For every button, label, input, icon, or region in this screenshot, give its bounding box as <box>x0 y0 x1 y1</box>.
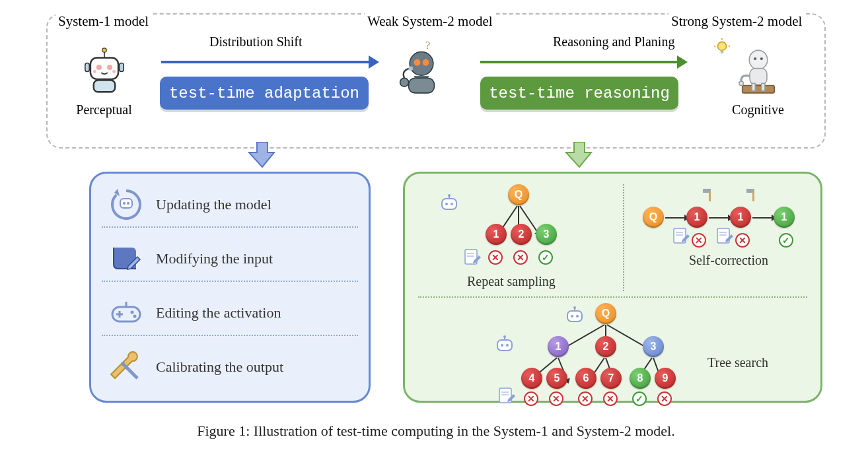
panel-test-time-adaptation: Updating the model Modifying the input E… <box>89 172 371 403</box>
node-sc-q: Q <box>643 207 664 228</box>
mark-wrong: ✕ <box>578 391 593 406</box>
svg-point-15 <box>408 66 412 70</box>
mark-correct: ✓ <box>779 233 793 248</box>
node-q: Q <box>508 184 529 205</box>
mark-wrong: ✕ <box>549 391 563 406</box>
node-sc-1a: 1 <box>686 207 707 228</box>
node-rs-3: 3 <box>536 224 557 245</box>
divider-horizontal <box>418 296 807 298</box>
label-perceptual: Perceptual <box>76 102 131 118</box>
svg-rect-2 <box>90 57 118 79</box>
node-ts-6: 6 <box>575 368 597 389</box>
svg-rect-24 <box>750 69 767 85</box>
paper-edit-icon <box>463 248 482 266</box>
node-ts-9: 9 <box>655 368 676 389</box>
svg-point-22 <box>754 57 756 60</box>
lightbulb-icon <box>713 38 731 55</box>
tools-icon <box>108 349 144 385</box>
label-distribution-shift: Distribution Shift <box>209 34 303 50</box>
mark-wrong: ✕ <box>735 233 750 248</box>
badge-test-time-reasoning: test-time reasoning <box>480 77 678 110</box>
svg-point-23 <box>760 57 762 60</box>
svg-rect-9 <box>93 80 114 92</box>
label-strong-system2: Strong System-2 model <box>669 13 805 30</box>
figure-caption: Figure 1: Illustration of test-time comp… <box>46 423 826 440</box>
node-ts-5: 5 <box>546 368 567 389</box>
mark-wrong: ✕ <box>488 250 503 265</box>
svg-point-39 <box>121 362 125 366</box>
svg-point-41 <box>445 203 448 205</box>
node-ts-4: 4 <box>521 368 542 389</box>
divider-vertical <box>623 184 624 291</box>
badge-test-time-adaptation: test-time adaptation <box>160 77 369 110</box>
arrow-down-green <box>565 142 594 168</box>
svg-point-62 <box>573 306 576 309</box>
svg-point-16 <box>718 42 727 50</box>
svg-point-65 <box>506 344 509 347</box>
mark-wrong: ✕ <box>524 391 538 406</box>
svg-point-44 <box>448 194 451 197</box>
book-edit-icon <box>108 241 144 277</box>
node-rs-2: 2 <box>511 224 532 245</box>
svg-rect-8 <box>119 63 123 72</box>
node-ts-1: 1 <box>548 336 569 357</box>
svg-point-60 <box>576 315 579 318</box>
mark-wrong: ✕ <box>513 250 528 265</box>
node-ts-8: 8 <box>630 368 651 389</box>
svg-point-14 <box>400 78 408 86</box>
svg-point-42 <box>451 203 453 205</box>
svg-rect-7 <box>85 63 89 72</box>
svg-point-10 <box>410 52 433 76</box>
tiny-robot-icon <box>493 335 516 357</box>
svg-point-59 <box>571 315 573 318</box>
svg-rect-49 <box>709 191 711 201</box>
refresh-robot-icon <box>108 187 144 222</box>
mark-wrong: ✕ <box>692 233 706 248</box>
robot-thinking-icon: ? <box>383 45 459 118</box>
svg-rect-30 <box>120 199 132 208</box>
node-sc-1c: 1 <box>774 207 795 228</box>
robot-cognitive-icon: Cognitive <box>720 45 796 118</box>
svg-point-64 <box>501 344 503 347</box>
mark-wrong: ✕ <box>603 391 618 406</box>
svg-point-36 <box>131 311 134 314</box>
svg-point-5 <box>92 70 96 73</box>
item-updating-model: Updating the model <box>156 196 271 213</box>
svg-rect-25 <box>742 86 774 93</box>
paper-edit-icon <box>497 386 516 405</box>
svg-rect-63 <box>497 340 512 351</box>
tiny-robot-icon <box>438 193 460 216</box>
tiny-robot-icon <box>563 306 586 328</box>
svg-point-12 <box>422 59 429 66</box>
paper-edit-icon <box>672 226 690 245</box>
node-ts-3: 3 <box>643 336 664 357</box>
arrow-down-blue <box>248 142 277 168</box>
svg-point-21 <box>749 50 768 69</box>
hammer-icon <box>701 187 718 204</box>
paper-edit-icon <box>715 226 734 245</box>
mark-correct: ✓ <box>538 250 553 265</box>
label-tree-search: Tree search <box>707 355 768 370</box>
label-weak-system2: Weak System-2 model <box>365 13 495 30</box>
label-repeat-sampling: Repeat sampling <box>467 274 556 289</box>
item-calibrating-output: Calibrating the output <box>156 358 283 376</box>
svg-rect-58 <box>567 311 582 322</box>
arrow-reasoning-planning <box>480 61 678 63</box>
panel-test-time-reasoning: Q 1 2 3 ✕ ✕ ✓ Repeat sampling Q 1 1 1 <box>403 172 822 403</box>
svg-point-32 <box>127 202 129 205</box>
mark-correct: ✓ <box>632 391 647 406</box>
svg-point-0 <box>102 48 106 52</box>
label-reasoning-planning: Reasoning and Planing <box>553 34 674 50</box>
svg-point-26 <box>739 81 742 85</box>
arrow-distribution-shift <box>161 61 370 63</box>
node-ts-2: 2 <box>595 336 616 357</box>
svg-rect-27 <box>752 83 755 90</box>
svg-point-31 <box>123 202 126 205</box>
svg-rect-13 <box>408 78 434 93</box>
label-self-correction: Self-correction <box>689 253 768 268</box>
svg-rect-17 <box>721 50 723 53</box>
top-systems-box: System-1 model Weak System-2 model Stron… <box>46 13 826 149</box>
svg-point-37 <box>133 315 137 318</box>
item-modifying-input: Modifying the input <box>156 250 273 267</box>
svg-rect-28 <box>761 83 764 90</box>
